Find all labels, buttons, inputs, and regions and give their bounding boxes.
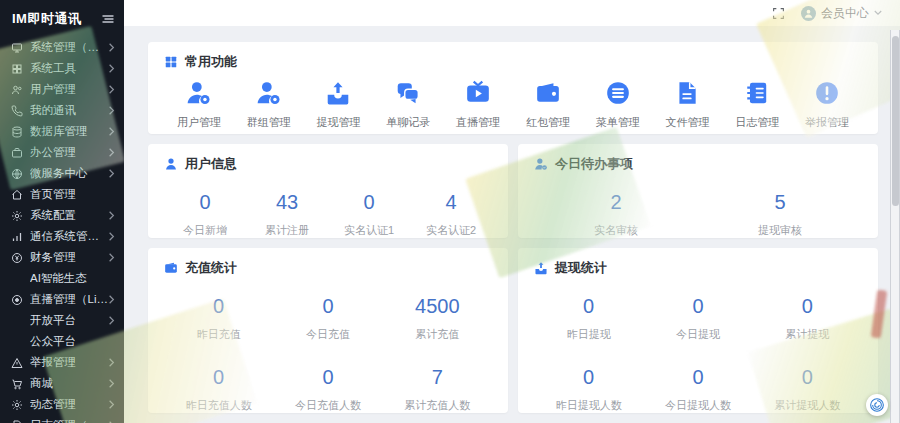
quick-item-label: 举报管理 [792,115,862,130]
sidebar-item-label: 用户管理 [30,82,108,97]
sidebar-item-label: 商城 [30,376,108,391]
chevron-down-icon [874,10,882,16]
database-icon [11,126,23,138]
stat-withdraw-review: 5 提现审核 [698,191,862,238]
quick-item-user-admin[interactable]: 用户管理 [164,80,234,130]
stat-value: 0 [164,366,273,389]
stat-label: 累计注册 [246,223,328,238]
stat-value: 0 [534,295,643,318]
floating-help-button[interactable] [866,394,888,416]
quick-item-withdraw-admin[interactable]: 提现管理 [304,80,374,130]
user-menu[interactable]: 会员中心 [801,5,882,22]
sidebar-item-mall[interactable]: 商城 [0,373,124,394]
stat-value: 5 [698,191,862,214]
sidebar-item-microservice-center[interactable]: 微服务中心 [0,163,124,184]
quick-item-redpacket-admin[interactable]: 红包管理 [513,80,583,130]
quick-functions-row: 用户管理 群组管理 提现管理 单聊记录 [164,80,862,130]
live-tv-icon [443,80,513,108]
chevron-right-icon [108,127,115,136]
stat-label: 今日提现人数 [643,398,752,413]
card-header: 充值统计 [164,259,492,277]
stats-row-2: 充值统计 0 昨日充值 0 今日充值 4500 累计充值 [148,248,878,413]
sidebar-item-homepage-admin[interactable]: 首页管理 [0,184,124,205]
sidebar-item-label: 首页管理 [30,187,115,202]
globe-icon [11,168,23,180]
quick-functions-card: 常用功能 用户管理 群组管理 提现管理 [148,42,878,134]
chevron-right-icon [108,106,115,115]
sidebar-collapse-button[interactable] [102,14,114,24]
quick-item-label: 用户管理 [164,115,234,130]
quick-item-group-admin[interactable]: 群组管理 [234,80,304,130]
user-info-card: 用户信息 0 今日新增 43 累计注册 0 实名认证1 [148,144,508,238]
swirl-logo-icon [869,397,885,413]
stat-value: 0 [273,295,382,318]
sidebar-item-database-admin[interactable]: 数据库管理 [0,121,124,142]
quick-item-live-admin[interactable]: 直播管理 [443,80,513,130]
sidebar-item-label: 直播管理（Live） [30,292,108,307]
sidebar-item-office-admin[interactable]: 办公管理 [0,142,124,163]
stat-yesterday-withdraw: 0 昨日提现 [534,295,643,342]
chevron-right-icon [108,169,115,178]
user-icon [164,157,178,171]
stat-label: 今日充值人数 [273,398,382,413]
document-icon [11,420,23,423]
scrollbar-thumb[interactable] [892,36,899,206]
stat-label: 昨日提现人数 [534,398,643,413]
card-header: 用户信息 [164,155,492,173]
sidebar-item-user-admin[interactable]: 用户管理 [0,79,124,100]
sidebar-item-my-comms[interactable]: 我的通讯 [0,100,124,121]
group-badge-icon [234,80,304,108]
quick-item-log-admin[interactable]: 日志管理 [722,80,792,130]
stat-value: 4500 [383,295,492,318]
stat-label: 累计充值 [383,327,492,342]
quick-item-label: 文件管理 [653,115,723,130]
stat-total-recharge: 4500 累计充值 [383,295,492,342]
sidebar-item-public-platform[interactable]: 公众平台 [0,331,124,352]
card-header: 提现统计 [534,259,862,277]
sidebar-item-live-admin[interactable]: 直播管理（Live） [0,289,124,310]
stat-today-new: 0 今日新增 [164,191,246,238]
quick-item-label: 单聊记录 [373,115,443,130]
sidebar-item-label: 办公管理 [30,145,108,160]
sidebar-item-comm-system-app[interactable]: 通信系统管理（App） [0,226,124,247]
sidebar-item-ai-ecosystem[interactable]: AI智能生态 [0,268,124,289]
stat-label: 累计充值人数 [383,398,492,413]
stat-total-registered: 43 累计注册 [246,191,328,238]
vertical-scrollbar[interactable] [890,30,900,423]
sidebar-item-label: 系统工具 [30,61,108,76]
exclamation-circle-icon [792,80,862,108]
sidebar-item-log-admin[interactable]: 日志管理（v1） [0,415,124,423]
stat-value: 0 [328,191,410,214]
stat-yesterday-recharge-users: 0 昨日充值人数 [164,366,273,413]
quick-item-chat-records[interactable]: 单聊记录 [373,80,443,130]
sidebar-item-system-admin[interactable]: 系统管理（主） [0,37,124,58]
stat-today-recharge: 0 今日充值 [273,295,382,342]
chevron-right-icon [108,253,115,262]
sidebar-item-dynamic-admin[interactable]: 动态管理 [0,394,124,415]
stat-realname-1: 0 实名认证1 [328,191,410,238]
sidebar-item-report-admin[interactable]: 举报管理 [0,352,124,373]
sidebar-item-label: 系统配置 [30,208,108,223]
chevron-right-icon [108,43,115,52]
stat-label: 昨日提现 [534,327,643,342]
quick-item-report-admin[interactable]: 举报管理 [792,80,862,130]
recharge-stats-card: 充值统计 0 昨日充值 0 今日充值 4500 累计充值 [148,248,508,413]
stat-total-recharge-users: 7 累计充值人数 [383,366,492,413]
fullscreen-button[interactable] [772,7,785,20]
sidebar-item-system-config[interactable]: 系统配置 [0,205,124,226]
stat-value: 4 [410,191,492,214]
stat-value: 0 [753,295,862,318]
app-window: IM即时通讯 系统管理（主） 系统工具 用户管理 [0,0,900,423]
quick-item-menu-admin[interactable]: 菜单管理 [583,80,653,130]
sidebar-item-label: 动态管理 [30,397,108,412]
withdraw-stats: 0 昨日提现 0 今日提现 0 累计提现 0 昨 [534,295,862,413]
stat-label: 累计提现人数 [753,398,862,413]
stat-label: 昨日充值人数 [164,398,273,413]
sidebar-item-open-platform[interactable]: 开放平台 [0,310,124,331]
quick-item-file-admin[interactable]: 文件管理 [653,80,723,130]
stat-today-withdraw: 0 今日提现 [643,295,752,342]
sidebar-item-system-tools[interactable]: 系统工具 [0,58,124,79]
sidebar-menu: 系统管理（主） 系统工具 用户管理 我的通讯 数据库管理 [0,37,124,423]
sidebar-item-finance-admin[interactable]: 财务管理 [0,247,124,268]
recharge-stats: 0 昨日充值 0 今日充值 4500 累计充值 0 [164,295,492,413]
